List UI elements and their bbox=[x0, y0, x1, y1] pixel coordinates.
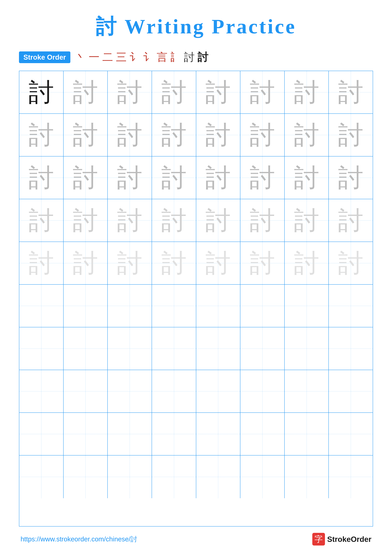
cell-4-6[interactable]: 討 bbox=[240, 199, 285, 241]
cell-3-1[interactable]: 討 bbox=[19, 156, 64, 199]
cell-3-7[interactable]: 討 bbox=[285, 156, 329, 199]
cell-4-8[interactable]: 討 bbox=[329, 199, 373, 241]
cell-5-2[interactable]: 討 bbox=[64, 242, 108, 284]
cell-1-3[interactable]: 討 bbox=[108, 71, 152, 113]
cell-2-6[interactable]: 討 bbox=[240, 114, 285, 156]
cell-10-5[interactable] bbox=[196, 455, 241, 498]
cell-9-5[interactable] bbox=[196, 413, 241, 455]
cell-7-7[interactable] bbox=[285, 327, 329, 370]
stroke-6: 讠 bbox=[143, 50, 154, 64]
cell-3-5[interactable]: 討 bbox=[196, 156, 241, 199]
cell-10-7[interactable] bbox=[285, 455, 329, 498]
cell-7-8[interactable] bbox=[329, 327, 373, 370]
cell-7-1[interactable] bbox=[19, 327, 64, 370]
cell-3-3[interactable]: 討 bbox=[108, 156, 152, 199]
cell-8-8[interactable] bbox=[329, 370, 373, 412]
cell-6-7[interactable] bbox=[285, 285, 329, 327]
char-display: 討 bbox=[161, 122, 187, 148]
cell-6-6[interactable] bbox=[240, 285, 285, 327]
cell-4-5[interactable]: 討 bbox=[196, 199, 241, 241]
cell-10-4[interactable] bbox=[152, 455, 196, 498]
cell-9-2[interactable] bbox=[64, 413, 108, 455]
cell-6-1[interactable] bbox=[19, 285, 64, 327]
cell-8-4[interactable] bbox=[152, 370, 196, 412]
char-display: 討 bbox=[161, 165, 187, 190]
cell-1-2[interactable]: 討 bbox=[64, 71, 108, 113]
cell-2-7[interactable]: 討 bbox=[285, 114, 329, 156]
cell-6-2[interactable] bbox=[64, 285, 108, 327]
char-display: 討 bbox=[29, 165, 54, 190]
cell-7-6[interactable] bbox=[240, 327, 285, 370]
footer-logo: 字 StrokeOrder bbox=[312, 533, 371, 546]
char-display: 討 bbox=[338, 250, 363, 276]
cell-4-7[interactable]: 討 bbox=[285, 199, 329, 241]
cell-4-3[interactable]: 討 bbox=[108, 199, 152, 241]
cell-10-6[interactable] bbox=[240, 455, 285, 498]
cell-9-4[interactable] bbox=[152, 413, 196, 455]
char-display: 討 bbox=[29, 208, 54, 233]
char-display: 討 bbox=[29, 250, 54, 276]
cell-3-2[interactable]: 討 bbox=[64, 156, 108, 199]
cell-8-5[interactable] bbox=[196, 370, 241, 412]
page-container: 討 Writing Practice Stroke Order 丶 一 二 三 … bbox=[0, 0, 392, 555]
cell-1-6[interactable]: 討 bbox=[240, 71, 285, 113]
cell-5-8[interactable]: 討 bbox=[329, 242, 373, 284]
cell-4-1[interactable]: 討 bbox=[19, 199, 64, 241]
cell-10-2[interactable] bbox=[64, 455, 108, 498]
cell-8-7[interactable] bbox=[285, 370, 329, 412]
cell-10-1[interactable] bbox=[19, 455, 64, 498]
cell-9-1[interactable] bbox=[19, 413, 64, 455]
char-display: 討 bbox=[205, 250, 231, 276]
cell-6-8[interactable] bbox=[329, 285, 373, 327]
cell-3-8[interactable]: 討 bbox=[329, 156, 373, 199]
char-display: 討 bbox=[161, 250, 187, 276]
char-display: 討 bbox=[161, 80, 187, 105]
cell-8-3[interactable] bbox=[108, 370, 152, 412]
cell-9-8[interactable] bbox=[329, 413, 373, 455]
cell-8-1[interactable] bbox=[19, 370, 64, 412]
cell-5-1[interactable]: 討 bbox=[19, 242, 64, 284]
cell-7-5[interactable] bbox=[196, 327, 241, 370]
cell-7-2[interactable] bbox=[64, 327, 108, 370]
cell-5-6[interactable]: 討 bbox=[240, 242, 285, 284]
cell-4-2[interactable]: 討 bbox=[64, 199, 108, 241]
cell-2-8[interactable]: 討 bbox=[329, 114, 373, 156]
cell-4-4[interactable]: 討 bbox=[152, 199, 196, 241]
cell-5-7[interactable]: 討 bbox=[285, 242, 329, 284]
char-display: 討 bbox=[294, 208, 319, 233]
stroke-order-badge: Stroke Order bbox=[19, 51, 70, 63]
cell-1-4[interactable]: 討 bbox=[152, 71, 196, 113]
cell-7-3[interactable] bbox=[108, 327, 152, 370]
char-display: 討 bbox=[205, 208, 231, 233]
cell-8-6[interactable] bbox=[240, 370, 285, 412]
cell-1-1[interactable]: 討 bbox=[19, 71, 64, 113]
cell-9-7[interactable] bbox=[285, 413, 329, 455]
cell-1-5[interactable]: 討 bbox=[196, 71, 241, 113]
stroke-9: 討 bbox=[184, 50, 195, 64]
cell-6-3[interactable] bbox=[108, 285, 152, 327]
cell-2-1[interactable]: 討 bbox=[19, 114, 64, 156]
cell-1-7[interactable]: 討 bbox=[285, 71, 329, 113]
cell-2-2[interactable]: 討 bbox=[64, 114, 108, 156]
cell-8-2[interactable] bbox=[64, 370, 108, 412]
char-display: 討 bbox=[117, 122, 142, 148]
char-display: 討 bbox=[294, 250, 319, 276]
char-display: 討 bbox=[205, 122, 231, 148]
cell-2-3[interactable]: 討 bbox=[108, 114, 152, 156]
cell-3-4[interactable]: 討 bbox=[152, 156, 196, 199]
cell-5-3[interactable]: 討 bbox=[108, 242, 152, 284]
stroke-2: 一 bbox=[89, 50, 100, 64]
cell-9-6[interactable] bbox=[240, 413, 285, 455]
cell-5-5[interactable]: 討 bbox=[196, 242, 241, 284]
cell-1-8[interactable]: 討 bbox=[329, 71, 373, 113]
cell-10-3[interactable] bbox=[108, 455, 152, 498]
cell-2-4[interactable]: 討 bbox=[152, 114, 196, 156]
cell-3-6[interactable]: 討 bbox=[240, 156, 285, 199]
cell-7-4[interactable] bbox=[152, 327, 196, 370]
cell-6-4[interactable] bbox=[152, 285, 196, 327]
cell-5-4[interactable]: 討 bbox=[152, 242, 196, 284]
cell-6-5[interactable] bbox=[196, 285, 241, 327]
cell-2-5[interactable]: 討 bbox=[196, 114, 241, 156]
cell-9-3[interactable] bbox=[108, 413, 152, 455]
cell-10-8[interactable] bbox=[329, 455, 373, 498]
